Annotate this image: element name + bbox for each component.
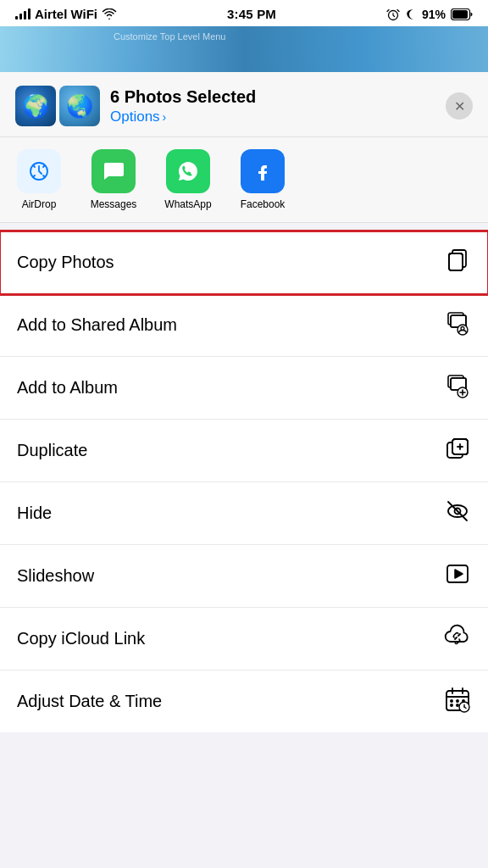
options-label: Options (110, 108, 160, 125)
chevron-right-icon: › (163, 110, 167, 124)
share-header-left: 🌍 🌏 6 Photos Selected Options › (15, 86, 256, 126)
options-link[interactable]: Options › (110, 108, 256, 125)
action-duplicate[interactable]: Duplicate (0, 420, 488, 482)
calendar-icon (444, 686, 471, 717)
calendar-icon-svg (444, 686, 471, 713)
close-icon: ✕ (454, 98, 465, 114)
slideshow-icon (444, 560, 471, 592)
duplicate-icon (444, 435, 471, 466)
action-adjust-date-time[interactable]: Adjust Date & Time (0, 670, 488, 732)
globe-thumb-2: 🌏 (59, 86, 100, 126)
duplicate-label: Duplicate (17, 441, 87, 460)
status-right: 91% (386, 8, 473, 21)
messages-label: Messages (91, 198, 137, 210)
slideshow-label: Slideshow (17, 566, 94, 586)
copy-photos-label: Copy Photos (17, 253, 114, 272)
airdrop-label: AirDrop (22, 198, 57, 210)
duplicate-icon-svg (444, 435, 471, 462)
signal-bars (15, 8, 30, 19)
svg-point-36 (451, 700, 452, 702)
slideshow-icon-svg (444, 560, 471, 587)
share-app-whatsapp[interactable]: WhatsApp (163, 149, 214, 210)
preview-strip: Customize Top Level Menu (0, 26, 488, 72)
wifi-icon (102, 8, 117, 20)
globe-thumb-1: 🌍 (15, 86, 56, 126)
icloud-link-icon-svg (444, 623, 471, 650)
time-display: 3:45 PM (227, 7, 276, 21)
copy-photos-icon (444, 247, 471, 278)
battery-level: 91% (422, 8, 446, 21)
adjust-date-time-label: Adjust Date & Time (17, 692, 162, 711)
status-left: Airtel WiFi (15, 7, 117, 21)
photo-count: 6 (110, 87, 119, 106)
action-copy-icloud-link[interactable]: Copy iCloud Link (0, 608, 488, 670)
copy-icloud-link-label: Copy iCloud Link (17, 629, 145, 648)
alarm-icon (386, 8, 400, 21)
battery-icon (451, 8, 473, 20)
airdrop-icon (17, 149, 61, 193)
whatsapp-icon (166, 149, 210, 193)
add-album-label: Add to Album (17, 378, 118, 398)
copy-icon-svg (444, 247, 471, 274)
action-list: Copy Photos Add to Shared Album (0, 231, 488, 732)
action-add-shared-album[interactable]: Add to Shared Album (0, 294, 488, 357)
thumbnail-2: 🌏 (59, 86, 100, 126)
add-album-icon (444, 372, 471, 403)
photos-selected-title: 6 Photos Selected (110, 87, 256, 107)
svg-rect-5 (449, 253, 463, 270)
add-shared-album-label: Add to Shared Album (17, 315, 177, 335)
svg-point-37 (457, 700, 458, 702)
icloud-link-icon (444, 623, 471, 654)
action-hide[interactable]: Hide (0, 482, 488, 545)
action-add-album[interactable]: Add to Album (0, 357, 488, 420)
carrier-label: Airtel WiFi (35, 7, 97, 21)
svg-point-38 (463, 700, 464, 702)
add-album-icon-svg (444, 372, 471, 399)
svg-point-40 (457, 704, 458, 706)
moon-icon (405, 8, 417, 21)
svg-rect-2 (452, 10, 468, 19)
hide-label: Hide (17, 504, 52, 523)
facebook-label: Facebook (241, 198, 286, 210)
photo-thumbnails: 🌍 🌏 (15, 86, 100, 126)
messages-icon (92, 149, 136, 193)
shared-album-icon-svg (444, 309, 471, 337)
share-apps-row: AirDrop Messages WhatsApp Facebook (0, 137, 488, 223)
share-header: 🌍 🌏 6 Photos Selected Options › ✕ (0, 72, 488, 137)
photos-selected-text: Photos Selected (125, 87, 257, 106)
share-app-messages[interactable]: Messages (88, 149, 139, 210)
hide-icon (444, 498, 471, 529)
action-copy-photos[interactable]: Copy Photos (0, 231, 488, 294)
share-app-airdrop[interactable]: AirDrop (14, 149, 64, 210)
svg-marker-28 (455, 570, 463, 578)
action-slideshow[interactable]: Slideshow (0, 545, 488, 608)
share-title-group: 6 Photos Selected Options › (110, 87, 256, 125)
shared-album-icon (444, 309, 471, 341)
thumbnail-1: 🌍 (15, 86, 56, 126)
status-bar: Airtel WiFi 3:45 PM 91% (0, 0, 488, 26)
svg-point-39 (451, 704, 452, 706)
whatsapp-label: WhatsApp (164, 198, 211, 210)
hide-icon-svg (444, 498, 471, 525)
facebook-icon (241, 149, 285, 193)
close-button[interactable]: ✕ (446, 92, 473, 120)
share-app-facebook[interactable]: Facebook (237, 149, 288, 210)
